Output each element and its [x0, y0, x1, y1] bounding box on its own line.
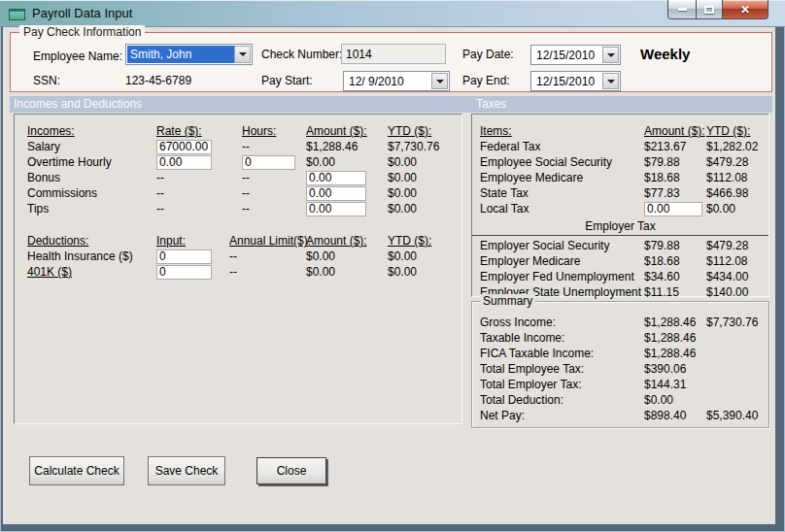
app-icon — [9, 9, 25, 20]
income-row-tips: Tips -- -- $0.00 — [15, 201, 461, 216]
bonus-amount-input[interactable] — [306, 171, 366, 185]
close-icon: ✕ — [740, 4, 750, 16]
pay-start-value: 12/ 9/2010 — [349, 75, 404, 88]
summary-row-employer-tax: Total Employer Tax: $144.31 — [472, 377, 768, 392]
pay-end-picker[interactable]: 12/15/2010 — [530, 71, 621, 91]
pay-end-value: 12/15/2010 — [536, 75, 595, 88]
income-row-salary: Salary -- $1,288.46 $7,730.76 — [15, 139, 461, 154]
tax-row-emp-ss: Employee Social Security $79.88 $479.28 — [472, 154, 768, 170]
tax-row-state: State Tax $77.83 $466.98 — [472, 185, 768, 201]
income-row-commissions: Commissions -- -- $0.00 — [15, 185, 461, 201]
tax-row-employer-fed-unemp: Employer Fed Unemployment $34.60 $434.00 — [472, 269, 768, 284]
summary-row-deduction: Total Deduction: $0.00 — [472, 392, 768, 408]
minimize-icon — [678, 8, 687, 11]
pay-date-label: Pay Date: — [462, 48, 514, 61]
chevron-down-icon[interactable] — [602, 73, 619, 89]
local-tax-input[interactable] — [644, 202, 702, 216]
tax-row-emp-medicare: Employee Medicare $18.68 $112.08 — [472, 170, 768, 185]
ssn-value: 123-45-6789 — [125, 74, 191, 87]
summary-group: Summary Gross Income: $1,288.46 $7,730.7… — [471, 301, 769, 428]
close-window-button[interactable]: ✕ — [723, 0, 768, 19]
check-number-label: Check Number: — [261, 48, 342, 61]
overtime-rate-input[interactable] — [156, 155, 212, 170]
check-number-input[interactable] — [341, 44, 446, 64]
ssn-label: SSN: — [33, 74, 60, 87]
summary-row-net-pay: Net Pay: $898.40 $5,390.40 — [472, 408, 768, 423]
chevron-down-icon[interactable] — [234, 46, 251, 63]
income-row-overtime: Overtime Hourly $0.00 $0.00 — [15, 154, 461, 170]
save-check-button[interactable]: Save Check — [148, 456, 225, 485]
calculate-check-button[interactable]: Calculate Check — [29, 456, 124, 485]
tips-amount-input[interactable] — [306, 202, 366, 216]
section-band: Incomes and Deductions Taxes — [10, 96, 772, 113]
pay-frequency-label: Weekly — [640, 46, 690, 62]
paycheck-group-label: Pay Check Information — [19, 25, 145, 39]
paycheck-info-group: Pay Check Information Employee Name: Smi… — [10, 32, 772, 92]
incomes-section-header: Incomes and Deductions — [14, 97, 142, 111]
chevron-down-icon[interactable] — [602, 47, 619, 63]
deduction-row-health: Health Insurance ($) -- $0.00 $0.00 — [15, 249, 461, 264]
pay-start-picker[interactable]: 12/ 9/2010 — [343, 71, 450, 91]
overtime-hours-input[interactable] — [242, 155, 295, 170]
pay-date-value: 12/15/2010 — [536, 49, 595, 62]
tax-row-employer-medicare: Employer Medicare $18.68 $112.08 — [472, 253, 768, 269]
deductions-header-row: Deductions: Input: Annual Limit($): Amou… — [15, 233, 461, 249]
payroll-window: Payroll Data Input ✕ Pay Check Informati… — [0, 0, 785, 532]
minimize-button[interactable] — [667, 0, 697, 19]
health-insurance-input[interactable] — [156, 249, 212, 264]
summary-group-label: Summary — [480, 294, 535, 308]
pay-date-picker[interactable]: 12/15/2010 — [530, 45, 621, 65]
summary-row-fica: FICA Taxable Income: $1,288.46 — [472, 346, 768, 361]
chevron-down-icon[interactable] — [431, 73, 448, 89]
taxes-header-row: Items: Amount ($): YTD ($): — [472, 123, 768, 139]
employee-name-label: Employee Name: — [33, 50, 122, 63]
maximize-icon — [704, 6, 714, 14]
pay-start-label: Pay Start: — [261, 74, 313, 87]
taxes-panel: Items: Amount ($): YTD ($): Federal Tax … — [471, 114, 769, 297]
deduction-row-401k: 401K ($) -- $0.00 $0.00 — [15, 264, 461, 280]
401k-input[interactable] — [156, 265, 212, 280]
summary-row-taxable: Taxable Income: $1,288.46 — [472, 330, 768, 346]
window-title: Payroll Data Input — [32, 6, 132, 20]
maximize-button[interactable] — [697, 0, 723, 19]
summary-row-gross: Gross Income: $1,288.46 $7,730.76 — [472, 315, 768, 330]
incomes-deductions-panel: Incomes: Rate ($): Hours: Amount ($): YT… — [14, 114, 462, 424]
close-button[interactable]: Close — [256, 457, 326, 484]
incomes-header-row: Incomes: Rate ($): Hours: Amount ($): YT… — [15, 123, 461, 139]
employee-name-select[interactable]: Smith, John — [125, 44, 253, 65]
employee-name-value: Smith, John — [127, 46, 234, 63]
tax-row-federal: Federal Tax $213.67 $1,282.02 — [472, 139, 768, 154]
salary-rate-input[interactable] — [156, 140, 212, 154]
tax-row-employer-ss: Employer Social Security $79.88 $479.28 — [472, 238, 768, 253]
tax-row-local: Local Tax $0.00 — [472, 201, 768, 216]
employer-tax-header: Employer Tax — [472, 219, 768, 236]
taxes-section-header: Taxes — [476, 97, 506, 111]
income-row-bonus: Bonus -- -- $0.00 — [15, 170, 461, 185]
commissions-amount-input[interactable] — [306, 186, 366, 201]
summary-row-emp-tax: Total Employee Tax: $390.06 — [472, 361, 768, 377]
pay-end-label: Pay End: — [462, 74, 510, 87]
titlebar[interactable]: Payroll Data Input ✕ — [0, 0, 785, 27]
